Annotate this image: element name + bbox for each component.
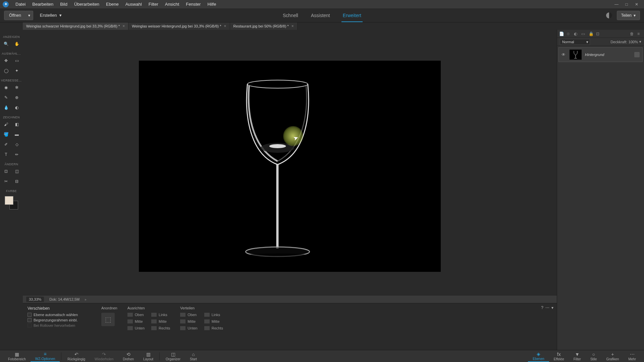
- window-close[interactable]: ✕: [632, 1, 641, 8]
- align-middle[interactable]: Mitte: [127, 319, 145, 323]
- menu-help[interactable]: Hilfe: [204, 2, 219, 7]
- eyedropper-tool[interactable]: ✐: [2, 140, 10, 148]
- dist-middle[interactable]: Mitte: [180, 319, 197, 323]
- collapse-icon[interactable]: ▾: [551, 305, 553, 310]
- effects-tab-button[interactable]: fxEffekte: [549, 350, 569, 362]
- layer-name[interactable]: Hintergrund: [585, 53, 631, 57]
- contrast-icon[interactable]: [606, 12, 612, 18]
- more-tab-button[interactable]: ⋯Mehr: [624, 350, 641, 362]
- dist-left[interactable]: Links: [204, 313, 223, 317]
- doc-tab-2[interactable]: Restaurant.jpg bei 50% (RGB/8) * ×: [230, 22, 298, 30]
- menu-enhance[interactable]: Überarbeiten: [71, 2, 103, 7]
- new-group-icon[interactable]: ⊕: [567, 32, 571, 36]
- layout-button[interactable]: ▥Layout: [139, 350, 158, 362]
- organizer-button[interactable]: ◫Organizer: [161, 350, 185, 362]
- checkbox-icon[interactable]: [28, 318, 32, 322]
- smart-brush-tool[interactable]: ✎: [2, 94, 10, 102]
- align-top[interactable]: Oben: [127, 313, 145, 317]
- home-button[interactable]: ⌂Start: [185, 350, 202, 362]
- straighten-tool[interactable]: ⊟: [13, 177, 21, 185]
- menu-window[interactable]: Fenster: [182, 2, 204, 7]
- photo-bin-button[interactable]: ▦Fotobereich: [3, 350, 31, 362]
- help-icon[interactable]: ?: [541, 305, 543, 310]
- open-dropdown[interactable]: ▾: [26, 11, 33, 20]
- redo-button[interactable]: ↷Wiederholen: [90, 350, 118, 362]
- brush-tool[interactable]: 🖌: [2, 120, 10, 128]
- graphics-tab-button[interactable]: +Grafiken: [601, 350, 624, 362]
- menu-view[interactable]: Ansicht: [162, 2, 183, 7]
- opacity-value[interactable]: 100%: [629, 40, 638, 44]
- menu-layer[interactable]: Ebene: [103, 2, 122, 7]
- zoom-level[interactable]: 33,33%: [26, 297, 44, 302]
- blend-mode-select[interactable]: Normal ▾: [560, 39, 590, 45]
- dist-bottom[interactable]: Unten: [180, 326, 197, 330]
- close-icon[interactable]: ×: [224, 24, 226, 28]
- lasso-tool[interactable]: ◯: [2, 67, 10, 75]
- dist-center[interactable]: Mitte: [204, 319, 223, 323]
- auto-select-layer[interactable]: Ebene automatisch wählen: [28, 313, 101, 317]
- crop-tool[interactable]: ⊡: [2, 167, 10, 175]
- align-left[interactable]: Links: [151, 313, 170, 317]
- visibility-icon[interactable]: 👁: [561, 52, 566, 57]
- menu-filter[interactable]: Filter: [145, 2, 162, 7]
- new-layer-icon[interactable]: 📄: [559, 32, 564, 36]
- adjustment-icon[interactable]: ◐: [574, 32, 579, 36]
- mode-expert[interactable]: Erweitert: [341, 9, 363, 22]
- layer-row[interactable]: 👁 Hintergrund: [558, 47, 643, 62]
- checkbox-icon[interactable]: [28, 313, 32, 317]
- marquee-tool[interactable]: ▭: [13, 57, 21, 65]
- foreground-color[interactable]: [5, 196, 13, 205]
- close-icon[interactable]: ×: [291, 24, 294, 28]
- recompose-tool[interactable]: ◫: [13, 167, 21, 175]
- chevron-down-icon[interactable]: ▾: [639, 40, 641, 44]
- arrange-icon[interactable]: ⬚: [101, 313, 115, 326]
- redeye-tool[interactable]: ◉: [2, 83, 10, 92]
- tool-options-button[interactable]: ≡WZ-Optionen: [31, 350, 60, 362]
- dist-top[interactable]: Oben: [180, 313, 197, 317]
- menu-select[interactable]: Auswahl: [122, 2, 145, 7]
- fill-tool[interactable]: 🪣: [2, 130, 10, 138]
- canvas-image[interactable]: ➤: [139, 61, 441, 272]
- filters-tab-button[interactable]: ▼Filter: [569, 350, 586, 362]
- sponge-tool[interactable]: ◐: [13, 104, 21, 112]
- close-icon[interactable]: ×: [122, 24, 125, 28]
- open-button[interactable]: Öffnen: [4, 11, 26, 20]
- layer-thumbnail[interactable]: [570, 50, 582, 60]
- clone-tool[interactable]: ⊕: [13, 94, 21, 102]
- align-right[interactable]: Rechts: [151, 326, 170, 330]
- menu-file[interactable]: Datei: [12, 2, 29, 7]
- layer-lock-icon[interactable]: [634, 52, 640, 57]
- eraser-tool[interactable]: ◧: [13, 120, 21, 128]
- content-move-tool[interactable]: ✂: [2, 177, 10, 185]
- blur-tool[interactable]: 💧: [2, 104, 10, 112]
- color-swatches[interactable]: [5, 196, 18, 209]
- gradient-tool[interactable]: ▬: [13, 130, 21, 138]
- wand-tool[interactable]: ✦: [13, 67, 21, 75]
- text-tool[interactable]: T: [2, 150, 10, 159]
- window-minimize[interactable]: —: [612, 1, 621, 8]
- doc-tab-1[interactable]: Weinglas weisser Hintergrund.jpg bei 33,…: [128, 22, 230, 30]
- window-maximize[interactable]: □: [622, 1, 631, 8]
- zoom-tool[interactable]: 🔍: [2, 40, 10, 48]
- mask-icon[interactable]: ▭: [581, 32, 586, 36]
- dist-right[interactable]: Rechts: [204, 326, 223, 330]
- align-bottom[interactable]: Unten: [127, 326, 145, 330]
- create-button[interactable]: Erstellen ▾: [40, 13, 62, 18]
- styles-tab-button[interactable]: ○Stile: [586, 350, 601, 362]
- shape-tool[interactable]: ◇: [13, 140, 21, 148]
- pencil-tool[interactable]: ✏: [13, 150, 21, 159]
- status-arrow-icon[interactable]: ▸: [85, 297, 87, 302]
- lock-icon[interactable]: 🔒: [589, 32, 593, 36]
- more-icon[interactable]: ⋯: [545, 305, 549, 310]
- move-tool[interactable]: ✥: [2, 57, 10, 65]
- menu-edit[interactable]: Bearbeiten: [29, 2, 57, 7]
- spot-heal-tool[interactable]: ✻: [13, 83, 21, 92]
- layers-tab-button[interactable]: ◈Ebenen: [528, 350, 549, 362]
- mode-guided[interactable]: Assistent: [310, 9, 331, 22]
- align-center[interactable]: Mitte: [151, 319, 170, 323]
- share-button[interactable]: Teilen ▾: [617, 11, 640, 20]
- link-icon[interactable]: ⊡: [596, 32, 601, 36]
- show-bounding-box[interactable]: Begrenzungsrahmen einbl.: [28, 318, 101, 322]
- undo-button[interactable]: ↶Rückgängig: [63, 350, 90, 362]
- doc-tab-0[interactable]: Weinglas schwarzer Hintergrund.jpg bei 3…: [23, 22, 128, 30]
